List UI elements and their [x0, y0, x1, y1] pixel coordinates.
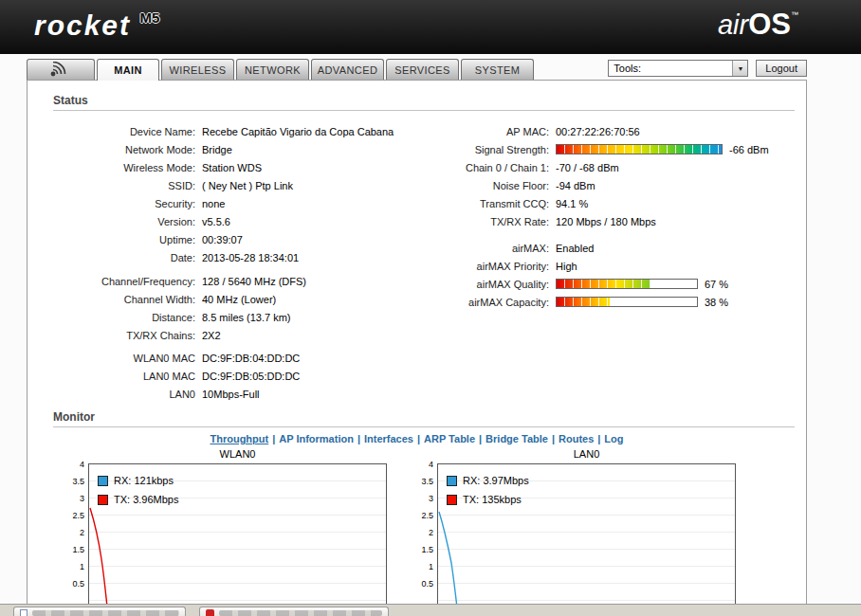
lan0-chart-title: LAN0 [414, 448, 736, 460]
network-mode-row: Network Mode:Bridge [53, 140, 399, 158]
link-separator: | [272, 433, 275, 444]
uptime-row: Uptime:00:39:07 [53, 230, 399, 248]
ap-mac-row: AP MAC:00:27:22:26:70:56 [399, 122, 793, 140]
tx-legend-swatch [98, 495, 108, 505]
channel-frequency-row: Channel/Frequency:128 / 5640 MHz (DFS) [53, 272, 399, 290]
lan0-plot-area: RX: 3.97Mbps TX: 135kbps [437, 463, 736, 604]
airos-page: rocket M5 airOS™ MAIN WIRELESS NETWORK A… [0, 0, 861, 616]
noise-floor-row: Noise Floor:-94 dBm [399, 176, 793, 194]
lan0-legend: RX: 3.97Mbps TX: 135kbps [447, 471, 529, 509]
txrx-chains-row: TX/RX Chains:2X2 [53, 326, 399, 344]
airmax-quality-row: airMAX Quality: 67 % [399, 275, 793, 293]
rocket-logo-text: rocket [34, 9, 131, 41]
signal-strength-row: Signal Strength: -66 dBm [399, 140, 793, 158]
link-separator: | [552, 433, 555, 444]
airos-air-text: air [718, 9, 748, 40]
content-panel: Status Device Name:Recebe Capitão Vigari… [27, 80, 807, 604]
wlan0-chart-title: WLAN0 [65, 448, 387, 460]
status-grid: Device Name:Recebe Capitão Vigario da Co… [27, 111, 806, 397]
app-header: rocket M5 airOS™ [0, 0, 861, 54]
security-row: Security:none [53, 194, 399, 212]
transmit-ccq-row: Transmit CCQ:94.1 % [399, 194, 793, 212]
link-separator: | [357, 433, 360, 444]
monitor-link-ap-information[interactable]: AP Information [279, 433, 354, 444]
wlan0-mac-row: WLAN0 MACDC:9F:DB:04:DD:DC [53, 349, 399, 367]
monitor-section-title: Monitor [53, 410, 795, 427]
status-section-title: Status [53, 94, 795, 111]
wlan0-chart: WLAN0 4 3.5 3 2.5 2 1.5 1 0.5 [65, 448, 387, 604]
taskbar-item[interactable] [13, 607, 186, 616]
wlan0-y-axis: 4 3.5 3 2.5 2 1.5 1 0.5 [65, 463, 88, 604]
taskbar-item[interactable] [199, 607, 389, 616]
tx-legend-swatch [447, 495, 457, 505]
document-icon [20, 609, 27, 616]
rocket-logo: rocket M5 [34, 9, 159, 42]
airmax-capacity-row: airMAX Capacity: 38 % [399, 293, 793, 311]
monitor-link-arp-table[interactable]: ARP Table [424, 433, 475, 444]
airos-os-text: OS [748, 8, 791, 41]
dropdown-arrow-icon: ▼ [732, 61, 747, 76]
tab-bar-right-tools: Tools: ▼ Logout [608, 59, 807, 80]
monitor-link-interfaces[interactable]: Interfaces [364, 433, 413, 444]
chain-row: Chain 0 / Chain 1:-70 / -68 dBm [399, 158, 793, 176]
distance-row: Distance:8.5 miles (13.7 km) [53, 308, 399, 326]
tab-services[interactable]: SERVICES [386, 59, 459, 80]
wlan0-plot-area: RX: 121kbps TX: 3.96Mbps [88, 463, 387, 604]
airmax-capacity-bar [556, 297, 698, 307]
tab-ubiquiti-home[interactable] [27, 59, 95, 80]
signal-strength-fill [557, 145, 722, 154]
date-row: Date:2013-05-28 18:34:01 [53, 248, 399, 266]
lan0-row: LAN010Mbps-Full [53, 385, 399, 403]
taskbar [0, 604, 861, 616]
taskbar-item-text [32, 610, 179, 616]
tab-network[interactable]: NETWORK [236, 59, 309, 80]
device-name-row: Device Name:Recebe Capitão Vigario da Co… [53, 122, 399, 140]
tab-wireless[interactable]: WIRELESS [161, 59, 234, 80]
throughput-charts: WLAN0 4 3.5 3 2.5 2 1.5 1 0.5 [27, 448, 806, 604]
airmax-quality-bar [556, 279, 698, 289]
airmax-priority-row: airMAX Priority:High [399, 257, 793, 275]
rocket-model-text: M5 [140, 9, 160, 26]
ssid-row: SSID:( Ney Net ) Ptp Link [53, 176, 399, 194]
airmax-quality-fill [557, 280, 650, 288]
tab-advanced[interactable]: ADVANCED [311, 59, 384, 80]
monitor-link-routes[interactable]: Routes [559, 433, 594, 444]
trademark-symbol: ™ [791, 10, 798, 19]
ubiquiti-antenna-icon [48, 62, 73, 79]
airmax-row: airMAX:Enabled [399, 239, 793, 257]
tools-dropdown-value: Tools: [614, 63, 641, 74]
monitor-link-throughput[interactable]: Throughput [210, 433, 268, 444]
wlan0-legend: RX: 121kbps TX: 3.96Mbps [98, 471, 178, 509]
link-separator: | [479, 433, 482, 444]
tab-bar: MAIN WIRELESS NETWORK ADVANCED SERVICES … [27, 59, 807, 80]
monitor-link-bridge-table[interactable]: Bridge Table [485, 433, 548, 444]
lan0-mac-row: LAN0 MACDC:9F:DB:05:DD:DC [53, 367, 399, 385]
txrx-rate-row: TX/RX Rate:120 Mbps / 180 Mbps [399, 212, 793, 230]
version-row: Version:v5.5.6 [53, 212, 399, 230]
tools-dropdown[interactable]: Tools: ▼ [608, 60, 748, 77]
browser-tab-icon [206, 609, 214, 616]
link-separator: | [597, 433, 600, 444]
rx-legend-swatch [447, 476, 457, 486]
monitor-links: Throughput|AP Information|Interfaces|ARP… [27, 433, 806, 444]
airmax-capacity-fill [557, 298, 610, 306]
tab-main[interactable]: MAIN [97, 59, 159, 81]
channel-width-row: Channel Width:40 MHz (Lower) [53, 290, 399, 308]
airos-logo: airOS™ [718, 8, 798, 42]
wireless-mode-row: Wireless Mode:Station WDS [53, 158, 399, 176]
link-separator: | [417, 433, 420, 444]
lan0-chart: LAN0 4 3.5 3 2.5 2 1.5 1 0.5 [414, 448, 736, 604]
lan0-y-axis: 4 3.5 3 2.5 2 1.5 1 0.5 [414, 463, 437, 604]
taskbar-item-text [219, 610, 382, 616]
tab-system[interactable]: SYSTEM [461, 59, 534, 80]
rx-legend-swatch [98, 476, 108, 486]
status-right-column: AP MAC:00:27:22:26:70:56 Signal Strength… [399, 122, 793, 311]
logout-button[interactable]: Logout [756, 60, 807, 77]
signal-strength-bar [556, 144, 723, 154]
monitor-link-log[interactable]: Log [604, 433, 623, 444]
status-left-column: Device Name:Recebe Capitão Vigario da Co… [53, 122, 399, 403]
